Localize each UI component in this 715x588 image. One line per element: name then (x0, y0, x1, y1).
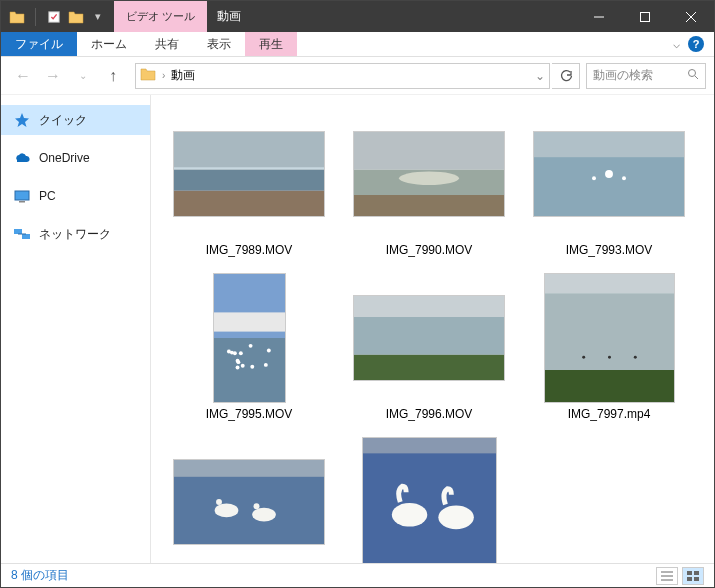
up-button[interactable]: ↑ (99, 62, 127, 90)
address-dropdown-icon[interactable]: ⌄ (535, 69, 545, 83)
sidebar-icon (13, 149, 31, 167)
svg-point-51 (215, 504, 239, 518)
svg-point-53 (216, 499, 222, 505)
sidebar-item-0[interactable]: クイック (1, 105, 150, 135)
sidebar-item-3[interactable]: ネットワーク (1, 219, 150, 249)
thumbnail (529, 109, 689, 239)
folder-icon (140, 67, 156, 84)
thumbnail (349, 437, 509, 563)
svg-rect-65 (694, 577, 699, 581)
refresh-button[interactable] (552, 63, 580, 89)
svg-line-6 (695, 76, 698, 79)
qat-caret-icon[interactable]: ▾ (90, 9, 106, 25)
file-name: IMG_7995.MOV (206, 407, 293, 421)
tab-view[interactable]: 表示 (193, 32, 245, 56)
titlebar: ▾ ビデオ ツール 動画 (1, 1, 714, 32)
svg-point-39 (226, 350, 230, 354)
tab-file[interactable]: ファイル (1, 32, 77, 56)
file-item[interactable]: IMG_7989.MOV (159, 109, 339, 257)
svg-rect-16 (354, 132, 504, 170)
svg-rect-43 (545, 274, 674, 293)
file-item[interactable]: IMG_7996.MOV (339, 273, 519, 421)
thumbnail (349, 273, 509, 403)
contextual-tab: ビデオ ツール (114, 1, 207, 32)
file-item[interactable]: IMG_8015.MOV (159, 437, 339, 563)
file-item[interactable]: IMG_7997.mp4 (519, 273, 699, 421)
svg-rect-40 (354, 296, 504, 317)
chevron-right-icon: › (162, 70, 165, 81)
svg-rect-62 (687, 571, 692, 575)
tab-play[interactable]: 再生 (245, 32, 297, 56)
tab-home[interactable]: ホーム (77, 32, 141, 56)
svg-point-5 (689, 70, 696, 77)
svg-rect-64 (687, 577, 692, 581)
sidebar-icon (13, 111, 31, 129)
ribbon-expand-icon[interactable]: ⌵ (673, 37, 680, 51)
search-placeholder: 動画の検索 (593, 67, 653, 84)
file-item[interactable]: IMG_7993.MOV (519, 109, 699, 257)
sidebar-item-label: OneDrive (39, 151, 90, 165)
item-count: 8 個の項目 (11, 567, 69, 584)
file-list[interactable]: IMG_7989.MOVIMG_7990.MOVIMG_7993.MOVIMG_… (151, 95, 714, 563)
file-item[interactable]: IMG_7990.MOV (339, 109, 519, 257)
svg-point-52 (252, 508, 276, 522)
svg-rect-8 (19, 201, 25, 203)
svg-point-58 (438, 506, 473, 530)
svg-point-24 (622, 176, 626, 180)
search-icon (687, 68, 699, 83)
file-name: IMG_7990.MOV (386, 243, 473, 257)
file-name: IMG_7993.MOV (566, 243, 653, 257)
svg-rect-2 (641, 12, 650, 21)
svg-point-29 (248, 344, 252, 348)
svg-rect-41 (354, 317, 504, 355)
svg-rect-42 (354, 355, 504, 380)
tab-share[interactable]: 共有 (141, 32, 193, 56)
sidebar-item-2[interactable]: PC (1, 181, 150, 211)
minimize-button[interactable] (576, 1, 622, 32)
svg-rect-9 (14, 229, 22, 234)
search-input[interactable]: 動画の検索 (586, 63, 706, 89)
qat-newfolder-icon[interactable] (68, 9, 84, 25)
svg-point-22 (605, 170, 613, 178)
details-view-button[interactable] (656, 567, 678, 585)
svg-rect-15 (174, 167, 324, 169)
file-name: IMG_7997.mp4 (568, 407, 651, 421)
address-bar[interactable]: › 動画 ⌄ (135, 63, 550, 89)
maximize-button[interactable] (622, 1, 668, 32)
svg-rect-55 (363, 438, 496, 563)
sidebar-icon (13, 187, 31, 205)
sidebar-item-label: ネットワーク (39, 226, 111, 243)
thumbnail (529, 273, 689, 403)
svg-point-19 (399, 171, 459, 184)
qat-properties-icon[interactable] (46, 9, 62, 25)
svg-point-33 (240, 364, 244, 368)
svg-rect-50 (174, 460, 324, 477)
sidebar-item-1[interactable]: OneDrive (1, 143, 150, 173)
sidebar-item-label: クイック (39, 112, 87, 129)
svg-point-47 (608, 356, 611, 359)
svg-point-57 (391, 503, 426, 527)
svg-rect-21 (534, 132, 684, 157)
back-button[interactable]: ← (9, 62, 37, 90)
thumbnails-view-button[interactable] (682, 567, 704, 585)
statusbar: 8 個の項目 (1, 563, 714, 587)
thumbnail (349, 109, 509, 239)
close-button[interactable] (668, 1, 714, 32)
thumbnail (169, 109, 329, 239)
recent-dropdown[interactable]: ⌄ (69, 62, 97, 90)
thumbnail (169, 273, 329, 403)
help-icon[interactable]: ? (688, 36, 704, 52)
svg-point-30 (266, 348, 270, 352)
svg-point-32 (250, 365, 254, 369)
file-item[interactable]: IMG_8017.mp4 (339, 437, 519, 563)
file-item[interactable]: IMG_7995.MOV (159, 273, 339, 421)
svg-point-23 (592, 176, 596, 180)
address-folder[interactable]: 動画 (171, 67, 195, 84)
svg-point-28 (238, 351, 242, 355)
file-name: IMG_7996.MOV (386, 407, 473, 421)
forward-button[interactable]: → (39, 62, 67, 90)
sidebar-icon (13, 225, 31, 243)
svg-rect-63 (694, 571, 699, 575)
file-name: IMG_7989.MOV (206, 243, 293, 257)
svg-point-46 (582, 356, 585, 359)
